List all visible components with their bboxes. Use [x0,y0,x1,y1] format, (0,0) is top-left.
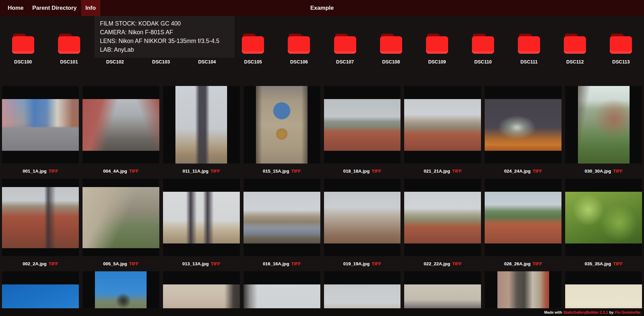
photo-filename: 030_30A.jpg [585,169,611,174]
folder-item[interactable]: DSC111 [506,34,552,65]
folder-label: DSC100 [14,59,32,65]
photo-caption[interactable]: 004_4A.jpgTIFF [83,164,159,179]
photo-thumbnail[interactable] [83,179,159,256]
photo-image-red-corner-building-above-shopping-street [83,99,159,151]
photo-filename: 026_26A.jpg [504,261,531,266]
info-line-lens: LENS: Nikon AF NIKKOR 35-135mm f/3.5-4.5 [100,37,229,45]
folder-label: DSC105 [244,59,262,65]
photo-thumbnail[interactable] [2,86,79,164]
nav-item-home[interactable]: Home [3,0,28,16]
photo-thumbnail[interactable] [244,179,320,256]
folder-item[interactable]: DSC100 [0,34,46,65]
photo-caption[interactable]: 013_13A.jpgTIFF [163,256,240,271]
photo-format-link[interactable]: TIFF [452,261,462,266]
photo-format-link[interactable]: TIFF [533,169,542,174]
photo-filename: 011_11A.jpg [182,169,208,174]
folder-item[interactable]: DSC105 [230,34,276,65]
folder-icon [242,34,264,54]
photo-thumbnail[interactable] [83,86,159,164]
photo-caption[interactable]: 026_26A.jpgTIFF [485,256,561,271]
photo-caption[interactable]: 002_2A.jpgTIFF [2,256,79,271]
folder-icon [334,34,356,54]
nav-item-info[interactable]: Info [81,0,100,16]
photo-format-link[interactable]: TIFF [211,169,220,174]
photo-format-link[interactable]: TIFF [533,261,542,266]
photo-caption[interactable]: 021_21A.jpgTIFF [404,164,481,179]
folder-icon [12,34,34,54]
photo-thumbnail[interactable] [404,179,481,256]
folder-item[interactable]: DSC106 [276,34,322,65]
photo-format-link[interactable]: TIFF [211,261,220,266]
folder-label: DSC104 [198,59,216,65]
photo-caption[interactable]: 024_24A.jpgTIFF [485,164,561,179]
photo-filename: 035_35A.jpg [585,261,611,266]
photo-format-link[interactable]: TIFF [613,261,623,266]
photo-cell: 005_5A.jpgTIFF [83,179,159,271]
photo-thumbnail[interactable] [565,86,642,164]
folder-label: DSC112 [566,59,584,65]
info-line-camera: CAMERA: Nikon F-801S AF [100,28,229,37]
top-nav: Home Parent Directory Info Example [0,0,644,16]
info-line-lab: LAB: AnyLab [100,45,229,54]
folder-label: DSC113 [612,59,630,65]
photo-format-link[interactable]: TIFF [129,261,139,266]
photo-image-gothic-town-hall-tower [175,86,227,164]
photo-format-link[interactable]: TIFF [613,169,623,174]
folder-label: DSC102 [106,59,124,65]
folder-item[interactable]: DSC112 [552,34,598,65]
folder-item[interactable]: DSC107 [322,34,368,65]
page-title: Example [310,0,334,16]
photo-thumbnail[interactable] [324,86,401,164]
folder-label: DSC106 [290,59,308,65]
folder-item[interactable]: DSC110 [460,34,506,65]
photo-format-link[interactable]: TIFF [291,169,301,174]
photo-caption[interactable]: 001_1A.jpgTIFF [2,164,79,179]
photo-image-street-with-tram-tracks-and-pink-buildings [2,99,79,151]
photo-cell: 011_11A.jpgTIFF [163,86,240,179]
info-panel: FILM STOCK: KODAK GC 400 CAMERA: Nikon F… [95,16,234,58]
photo-caption[interactable]: 005_5A.jpgTIFF [83,256,159,271]
photo-thumbnail[interactable] [244,86,320,164]
photo-thumbnail[interactable] [163,86,240,164]
photo-thumbnail[interactable] [565,179,642,256]
photo-caption[interactable]: 015_15A.jpgTIFF [244,164,320,179]
folder-label: DSC107 [336,59,354,65]
photo-format-link[interactable]: TIFF [372,261,381,266]
photo-cell: 004_4A.jpgTIFF [83,86,159,179]
photo-caption[interactable]: 030_30A.jpgTIFF [565,164,642,179]
photo-caption[interactable]: 011_11A.jpgTIFF [163,164,240,179]
photo-thumbnail[interactable] [324,179,401,256]
folder-item[interactable]: DSC101 [46,34,92,65]
photo-format-link[interactable]: TIFF [291,261,301,266]
photo-thumbnail[interactable] [163,179,240,256]
nav-item-parent-directory[interactable]: Parent Directory [28,0,81,16]
photo-caption[interactable]: 018_18A.jpgTIFF [324,164,401,179]
photo-thumbnail[interactable] [404,86,481,164]
photo-thumbnail[interactable] [2,179,79,256]
photo-caption[interactable]: 022_22A.jpgTIFF [404,256,481,271]
photo-thumbnail[interactable] [485,179,561,256]
photo-format-link[interactable]: TIFF [129,169,139,174]
photo-filename: 022_22A.jpg [424,261,450,266]
photo-format-link[interactable]: TIFF [49,169,58,174]
photo-grid: 001_1A.jpgTIFF004_4A.jpgTIFF011_11A.jpgT… [0,86,644,316]
photo-image-riverfront-with-bridge-and-castle [244,192,320,243]
photo-format-link[interactable]: TIFF [49,261,58,266]
photo-cell: 013_13A.jpgTIFF [163,179,240,271]
footer: Made with StaticGalleryBuilder 2.3.1 by … [0,308,644,316]
photo-format-link[interactable]: TIFF [452,169,462,174]
photo-cell: 015_15A.jpgTIFF [244,86,320,179]
folder-item[interactable]: DSC113 [598,34,644,65]
photo-filename: 021_21A.jpg [424,169,450,174]
photo-thumbnail[interactable] [485,86,561,164]
photo-caption[interactable]: 019_19A.jpgTIFF [324,256,401,271]
folder-item[interactable]: DSC109 [414,34,460,65]
folder-item[interactable]: DSC108 [368,34,414,65]
photo-filename: 024_24A.jpg [504,169,531,174]
folder-label: DSC109 [428,59,446,65]
builder-link[interactable]: StaticGalleryBuilder 2.3.1 [564,310,608,314]
author-link[interactable]: Flo Greistorfer. [615,310,641,314]
photo-format-link[interactable]: TIFF [372,169,381,174]
photo-caption[interactable]: 035_35A.jpgTIFF [565,256,642,271]
photo-caption[interactable]: 016_16A.jpgTIFF [244,256,320,271]
